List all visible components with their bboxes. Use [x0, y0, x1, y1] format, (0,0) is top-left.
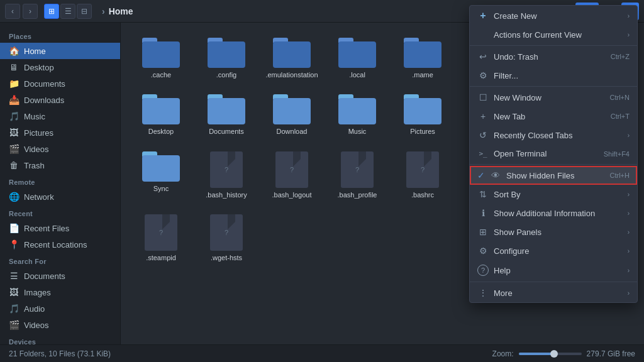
sidebar-item-search-audio[interactable]: 🎵 Audio — [0, 300, 120, 317]
file-item-download-folder[interactable]: Download — [262, 89, 322, 141]
menu-item-actions[interactable]: Actions for Current View › — [470, 26, 637, 44]
recent-section-label: Recent — [0, 205, 120, 220]
sidebar-item-search-images[interactable]: 🖼 Images — [0, 284, 120, 300]
menu-item-help-label: Help — [494, 266, 623, 275]
menu-item-create-new[interactable]: + Create New › — [470, 6, 637, 26]
sidebar-item-search-docs-label: Documents — [24, 272, 65, 281]
search-audio-icon: 🎵 — [9, 304, 19, 314]
back-button[interactable]: ‹ — [5, 4, 20, 19]
file-name: Sync — [153, 184, 169, 193]
sidebar-item-network-label: Network — [24, 192, 54, 202]
menu-item-show-additional[interactable]: ℹ Show Additional Information › — [470, 204, 637, 222]
zoom-slider[interactable] — [519, 353, 582, 355]
folder-icon — [404, 94, 441, 124]
menu-item-help[interactable]: ? Help › — [470, 260, 637, 280]
sidebar-item-downloads[interactable]: 📥 Downloads — [0, 92, 120, 108]
file-item-steampid[interactable]: ? .steampid — [131, 209, 191, 267]
create-new-icon: + — [477, 10, 489, 21]
sidebar-item-music[interactable]: 🎵 Music — [0, 108, 120, 124]
file-item-config[interactable]: .config — [196, 33, 257, 84]
file-name: .emulationstation — [265, 70, 318, 79]
sidebar-item-downloads-label: Downloads — [24, 96, 64, 105]
menu-sep-1 — [470, 45, 637, 46]
folder-icon — [273, 94, 311, 124]
sidebar-item-pictures[interactable]: 🖼 Pictures — [0, 124, 120, 141]
sidebar-item-desktop[interactable]: 🖥 Desktop — [0, 59, 120, 75]
file-item-music-folder[interactable]: Music — [327, 89, 387, 141]
recent-locations-icon: 📍 — [9, 239, 19, 250]
file-name: .local — [349, 70, 365, 79]
menu-item-show-hidden[interactable]: ✓ 👁 Show Hidden Files Ctrl+H — [470, 166, 637, 185]
menu-item-sort-by[interactable]: ⇅ Sort By › — [470, 185, 637, 204]
sidebar-item-home-label: Home — [24, 47, 46, 56]
file-item-mame[interactable]: .mame — [392, 33, 453, 84]
help-icon: ? — [477, 265, 489, 276]
file-item-cache[interactable]: .cache — [131, 33, 191, 84]
icon-view-button[interactable]: ⊞ — [44, 4, 59, 19]
sidebar-item-search-videos[interactable]: 🎬 Videos — [0, 317, 120, 333]
sidebar-item-network[interactable]: 🌐 Network — [0, 189, 120, 205]
sidebar-item-search-audio-label: Audio — [24, 304, 45, 314]
menu-item-show-hidden-label: Show Hidden Files — [506, 171, 605, 180]
file-item-local[interactable]: .local — [327, 33, 387, 84]
sidebar-item-desktop-label: Desktop — [24, 63, 54, 72]
sidebar-item-documents[interactable]: 📁 Documents — [0, 75, 120, 92]
videos-icon: 🎬 — [9, 144, 19, 154]
doc-icon: ? — [406, 151, 439, 188]
file-item-sync-folder[interactable]: Sync — [131, 146, 191, 204]
sidebar-item-home[interactable]: 🏠 Home — [0, 43, 120, 59]
folder-icon — [142, 38, 180, 68]
actions-arrow: › — [628, 31, 630, 38]
sidebar-item-music-label: Music — [24, 112, 45, 121]
detail-view-button[interactable]: ⊟ — [77, 4, 92, 19]
folder-icon — [142, 94, 180, 124]
menu-item-open-terminal[interactable]: >_ Open Terminal Shift+F4 — [470, 145, 637, 163]
sidebar-item-videos[interactable]: 🎬 Videos — [0, 141, 120, 157]
sidebar-item-recent-locations[interactable]: 📍 Recent Locations — [0, 236, 120, 253]
pictures-icon: 🖼 — [9, 128, 19, 138]
zoom-slider-thumb — [550, 350, 558, 358]
show-hidden-shortcut: Ctrl+H — [610, 172, 630, 179]
forward-button[interactable]: › — [23, 4, 38, 19]
file-item-wget-hsts[interactable]: ? .wget-hsts — [196, 209, 257, 267]
menu-item-filter[interactable]: ⚙ Filter... — [470, 66, 637, 85]
menu-item-new-window[interactable]: ☐ New Window Ctrl+N — [470, 88, 637, 107]
menu-item-configure[interactable]: ⚙ Configure › — [470, 241, 637, 260]
sidebar-item-trash[interactable]: 🗑 Trash — [0, 157, 120, 173]
file-item-bash-history[interactable]: ? .bash_history — [196, 146, 257, 204]
free-space-label: 279.7 GiB free — [587, 349, 635, 358]
places-section-label: Places — [0, 28, 120, 43]
recent-files-icon: 📄 — [9, 223, 19, 233]
menu-item-recently-closed[interactable]: ↺ Recently Closed Tabs › — [470, 126, 637, 145]
menu-item-new-tab-label: New Tab — [494, 112, 606, 121]
menu-item-show-panels[interactable]: ⊞ Show Panels › — [470, 222, 637, 241]
desktop-icon: 🖥 — [9, 62, 19, 72]
downloads-icon: 📥 — [9, 95, 19, 105]
file-item-bash-logout[interactable]: ? .bash_logout — [262, 146, 322, 204]
dropdown-menu[interactable]: + Create New › Actions for Current View … — [469, 5, 638, 303]
file-item-bash-profile[interactable]: ? .bash_profile — [327, 146, 387, 204]
menu-item-undo-trash[interactable]: ↩ Undo: Trash Ctrl+Z — [470, 47, 637, 66]
remote-section-label: Remote — [0, 173, 120, 189]
file-item-desktop-folder[interactable]: Desktop — [131, 89, 191, 141]
file-name: .config — [216, 70, 236, 79]
sort-by-icon: ⇅ — [477, 189, 489, 199]
file-item-documents-folder[interactable]: Documents — [196, 89, 257, 141]
show-panels-arrow: › — [628, 229, 630, 236]
more-icon: ⋮ — [477, 288, 489, 298]
menu-item-create-new-label: Create New — [494, 11, 623, 21]
sidebar-item-recent-files[interactable]: 📄 Recent Files — [0, 220, 120, 236]
view-buttons: ⊞ ☰ ⊟ — [44, 4, 92, 19]
show-additional-arrow: › — [628, 210, 630, 217]
menu-item-more[interactable]: ⋮ More › — [470, 283, 637, 302]
file-item-emulationstation[interactable]: .emulationstation — [262, 33, 322, 84]
sidebar-item-search-documents[interactable]: ☰ Documents — [0, 268, 120, 284]
file-name: Pictures — [410, 127, 435, 136]
file-item-pictures-folder[interactable]: Pictures — [392, 89, 453, 141]
devices-section-label: Devices — [0, 333, 120, 344]
menu-item-more-label: More — [494, 288, 623, 298]
list-view-button[interactable]: ☰ — [60, 4, 75, 19]
file-name: Desktop — [148, 127, 174, 136]
menu-item-new-tab[interactable]: + New Tab Ctrl+T — [470, 107, 637, 126]
file-item-bashrc[interactable]: ? .bashrc — [392, 146, 453, 204]
